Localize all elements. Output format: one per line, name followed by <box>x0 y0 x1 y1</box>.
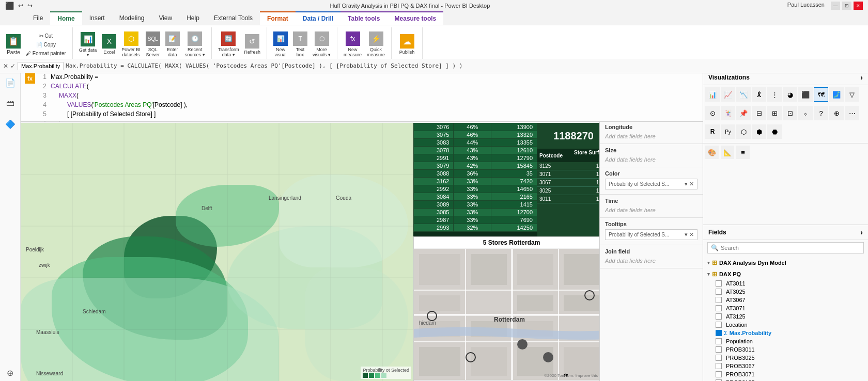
field-checkbox-at3067[interactable] <box>716 297 722 303</box>
field-item-max.probability[interactable]: ΣMax.Probability <box>703 329 868 337</box>
field-checkbox-location[interactable] <box>716 322 722 328</box>
refresh-btn[interactable]: ↺ Refresh <box>242 33 263 56</box>
excel-btn[interactable]: X Excel <box>100 33 118 56</box>
viz-fields-btn[interactable]: ≡ <box>736 146 750 159</box>
props-tooltips-controls[interactable]: ▾ ✕ <box>685 231 694 238</box>
field-item-prob3071[interactable]: PROB3071 <box>703 370 868 378</box>
viz-filled-map[interactable]: 🗾 <box>829 87 844 102</box>
recent-sources-btn[interactable]: 🕐 Recent sources ▾ <box>183 30 207 58</box>
fields-panel-expand[interactable]: › <box>860 228 863 236</box>
viz-python-visual[interactable]: Py <box>721 124 735 139</box>
field-item-at3067[interactable]: AT3067 <box>703 296 868 304</box>
rotterdam-map-bg[interactable]: Rotterdam hiedam ©2020 TomTom. Improve t… <box>414 249 609 380</box>
restore-btn[interactable]: ⊡ <box>842 2 851 10</box>
field-item-prob3067[interactable]: PROB3067 <box>703 362 868 370</box>
get-data-btn[interactable]: 📊 Get data ▾ <box>77 31 99 58</box>
props-join-add[interactable]: Add data fields here <box>605 257 698 265</box>
props-longitude-add[interactable]: Add data fields here <box>605 132 698 140</box>
props-tooltips-field[interactable]: Probability of Selected S... ▾ ✕ <box>605 229 698 240</box>
report-view-btn[interactable]: 📄 <box>2 74 19 91</box>
transform-data-btn[interactable]: 🔄 Transform data ▾ <box>216 30 241 58</box>
tab-file[interactable]: File <box>26 11 50 25</box>
tab-format[interactable]: Format <box>260 11 296 25</box>
tab-help[interactable]: Help <box>179 11 207 25</box>
field-item-prob3011[interactable]: PROB3011 <box>703 345 868 354</box>
more-visuals-btn[interactable]: ⬡ More visuals ▾ <box>311 30 333 58</box>
viz-gauge[interactable]: ⊙ <box>705 106 720 120</box>
viz-funnel[interactable]: ▽ <box>845 87 859 102</box>
viz-decomp[interactable]: ⊕ <box>829 106 844 120</box>
viz-r-visual[interactable]: R <box>705 124 720 139</box>
close-formula-btn[interactable]: ✕ <box>3 62 8 70</box>
copy-btn[interactable]: 📄 Copy <box>24 41 68 49</box>
publish-btn[interactable]: ☁ Publish <box>397 33 417 56</box>
fields-search-box[interactable]: 🔍 <box>707 242 864 253</box>
tab-external-tools[interactable]: External Tools <box>207 11 260 25</box>
field-checkbox-at3125[interactable] <box>716 313 722 320</box>
viz-card[interactable]: 🃏 <box>721 106 735 120</box>
viz-scatter[interactable]: ⋮ <box>767 87 782 102</box>
props-color-field[interactable]: Probability of Selected S... ▾ ✕ <box>605 179 698 189</box>
tab-measure-tools[interactable]: Measure tools <box>388 11 444 25</box>
viz-bar-chart[interactable]: 📊 <box>705 87 720 102</box>
viz-pie[interactable]: ◕ <box>783 87 797 102</box>
text-box-btn[interactable]: T Text box <box>291 30 309 58</box>
viz-table[interactable]: ⊞ <box>767 106 782 120</box>
minimize-btn[interactable]: — <box>831 2 840 10</box>
model-view-btn[interactable]: 🔷 <box>2 116 19 132</box>
field-item-population[interactable]: Population <box>703 337 868 345</box>
formula-content[interactable]: Max.Probability = CALCULATE( MAXX( VALUE… <box>51 72 188 122</box>
paste-btn[interactable]: 📋 Paste <box>4 33 23 56</box>
sql-server-btn[interactable]: SQL SQL Server <box>144 30 162 58</box>
viz-key-influencers[interactable]: ⋯ <box>845 106 859 120</box>
confirm-formula-btn[interactable]: ✓ <box>10 62 16 70</box>
viz-analytics-btn[interactable]: 📐 <box>721 146 734 159</box>
field-checkbox-prob3011[interactable] <box>716 346 722 353</box>
field-checkbox-prob3025[interactable] <box>716 355 722 361</box>
format-painter-btn[interactable]: 🖌 Format painter <box>24 50 68 57</box>
field-checkbox-population[interactable] <box>716 338 722 344</box>
new-measure-btn[interactable]: fx New measure <box>342 30 364 58</box>
viz-custom1[interactable]: ⬡ <box>736 124 751 139</box>
field-checkbox-at3011[interactable] <box>716 280 722 287</box>
field-checkbox-prob3067[interactable] <box>716 363 722 369</box>
tab-modeling[interactable]: Modeling <box>112 11 152 25</box>
quick-measure-btn[interactable]: ⚡ Quick measure <box>365 30 387 58</box>
dag-view-btn[interactable]: ⊕ <box>2 364 19 381</box>
props-time-add[interactable]: Add data fields here <box>605 206 698 214</box>
main-map[interactable]: Maassluis Schiedam Delft Lansingerland G… <box>21 123 413 381</box>
close-btn[interactable]: ✕ <box>854 2 863 10</box>
props-size-add[interactable]: Add data fields here <box>605 155 698 164</box>
undo-btn[interactable]: ↩ <box>18 2 23 9</box>
tab-insert[interactable]: Insert <box>82 11 112 25</box>
field-item-at3071[interactable]: AT3071 <box>703 304 868 312</box>
tab-data-drill[interactable]: Data / Drill <box>296 11 340 25</box>
field-item-prob3025[interactable]: PROB3025 <box>703 354 868 362</box>
new-visual-btn[interactable]: 📊 New visual <box>271 30 290 58</box>
power-bi-datasets-btn[interactable]: ⬡ Power BI datasets <box>119 30 143 58</box>
viz-line-chart[interactable]: 📈 <box>721 87 735 102</box>
field-group-header-dax-analysis-dyn-model[interactable]: ▾⊞DAX Analysis Dyn Model <box>703 258 868 268</box>
viz-kpi[interactable]: 📌 <box>736 106 751 120</box>
data-view-btn[interactable]: 🗃 <box>2 95 19 112</box>
cut-btn[interactable]: ✂ Cut <box>24 32 68 40</box>
tab-view[interactable]: View <box>151 11 179 25</box>
viz-format-btn[interactable]: 🎨 <box>705 146 719 159</box>
field-item-location[interactable]: Location <box>703 321 868 329</box>
viz-panel-expand[interactable]: › <box>860 73 863 82</box>
search-input[interactable] <box>721 245 860 251</box>
field-item-at3025[interactable]: AT3025 <box>703 288 868 296</box>
tab-home[interactable]: Home <box>50 11 82 25</box>
field-checkbox-at3025[interactable] <box>716 289 722 295</box>
viz-custom2[interactable]: ⬢ <box>752 124 766 139</box>
viz-matrix[interactable]: ⊡ <box>783 106 797 120</box>
field-group-header-dax-pq[interactable]: ▾⊞DAX PQ <box>703 269 868 279</box>
props-color-controls[interactable]: ▾ ✕ <box>685 181 694 187</box>
field-checkbox-max.probability[interactable] <box>716 330 722 336</box>
viz-qna[interactable]: ? <box>814 106 828 120</box>
viz-treemap[interactable]: ⬛ <box>798 87 813 102</box>
formula-editor[interactable]: fx 1234567 Max.Probability = CALCULATE( … <box>21 70 703 122</box>
field-item-prob3125[interactable]: PROB3125 <box>703 378 868 381</box>
field-checkbox-prob3071[interactable] <box>716 371 722 377</box>
viz-ribbon[interactable]: 🎗 <box>752 87 766 102</box>
